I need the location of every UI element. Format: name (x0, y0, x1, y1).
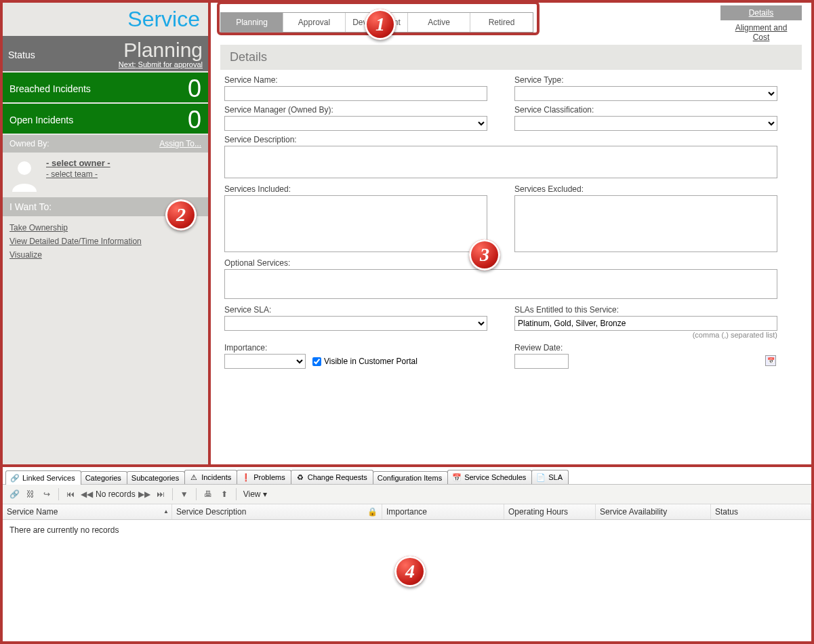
service-sla-select[interactable] (224, 316, 487, 331)
label-services-excluded: Services Excluded: (514, 184, 777, 194)
slas-hint: (comma (,) separated list) (693, 331, 777, 339)
tab-approval[interactable]: Approval (283, 13, 346, 32)
unlink-button[interactable]: ⛓ (23, 487, 38, 501)
filter-button[interactable]: ▼ (177, 487, 192, 501)
btab-service-schedules[interactable]: 📅Service Schedules (447, 470, 532, 484)
btab-configuration-items[interactable]: Configuration Items (373, 471, 448, 484)
service-manager-select[interactable] (224, 116, 487, 131)
main-area: Planning Approval Development Active Ret… (211, 3, 811, 464)
slas-entitled-input[interactable] (514, 316, 777, 331)
tab-active[interactable]: Active (408, 13, 470, 32)
btab-incidents[interactable]: ⚠Incidents (184, 470, 237, 484)
sort-asc-icon: ▲ (163, 508, 169, 515)
importance-select[interactable] (224, 354, 306, 369)
breached-incidents-block: Breached Incidents 0 (3, 73, 208, 102)
review-date-input[interactable] (514, 354, 569, 369)
sidebar: Service Status Planning Next: Submit for… (3, 3, 211, 464)
open-count: 0 (188, 108, 201, 132)
open-incidents-block: Open Incidents 0 (3, 104, 208, 134)
bottom-columns-header: Service Name▲ Service Description🔒 Impor… (3, 504, 811, 520)
visible-portal-checkbox[interactable] (312, 357, 321, 366)
avatar-icon (9, 158, 39, 192)
view-detailed-datetime-link[interactable]: View Detailed Date/Time Information (9, 237, 201, 246)
export-button[interactable]: ⬆ (217, 487, 232, 501)
assign-to-link[interactable]: Assign To... (159, 139, 201, 148)
btab-change-requests[interactable]: ♻Change Requests (291, 470, 373, 484)
badge-1: 1 (365, 9, 396, 40)
label-service-classification: Service Classification: (514, 105, 777, 115)
right-view-tabs: Details Alignment and Cost (720, 5, 802, 45)
owner-body: - select owner - - select team - (3, 153, 208, 197)
col-service-description[interactable]: Service Description🔒 (172, 504, 382, 519)
page-title: Service (3, 3, 208, 36)
lock-icon: 🔒 (367, 507, 378, 517)
status-block: Status Planning Next: Submit for approva… (3, 36, 208, 71)
col-status[interactable]: Status (711, 504, 811, 519)
badge-4: 4 (394, 556, 426, 587)
svg-point-0 (18, 161, 31, 175)
status-next-prefix: Next: (119, 60, 136, 68)
label-service-sla: Service SLA: (224, 305, 487, 315)
breached-label: Breached Incidents (9, 83, 91, 94)
calendar-icon[interactable]: 📅 (765, 355, 776, 366)
select-team-link[interactable]: - select team - (46, 169, 110, 179)
tab-retired[interactable]: Retired (470, 13, 533, 32)
label-service-type: Service Type: (514, 75, 777, 85)
right-tab-details[interactable]: Details (720, 5, 802, 20)
owned-by-header: Owned By: Assign To... (3, 135, 208, 153)
col-importance[interactable]: Importance (382, 504, 504, 519)
tab-planning[interactable]: Planning (221, 13, 283, 32)
label-service-manager: Service Manager (Owned By): (224, 105, 487, 115)
link-icon: 🔗 (10, 473, 20, 483)
service-type-select[interactable] (514, 86, 777, 101)
next-page-button[interactable]: ▶▶ (137, 487, 152, 501)
label-service-name: Service Name: (224, 75, 487, 85)
first-page-button[interactable]: ⏮ (63, 487, 78, 501)
print-button[interactable]: 🖶 (201, 487, 216, 501)
link-button[interactable]: 🔗 (7, 487, 22, 501)
schedule-icon: 📅 (452, 472, 462, 482)
view-dropdown[interactable]: View▾ (241, 488, 270, 500)
col-service-name[interactable]: Service Name▲ (3, 504, 172, 519)
right-tab-alignment-cost[interactable]: Alignment and Cost (720, 20, 802, 45)
record-count: No records (96, 489, 136, 499)
btab-categories[interactable]: Categories (81, 471, 127, 484)
change-icon: ♻ (296, 472, 305, 482)
badge-2: 2 (165, 199, 197, 230)
service-description-input[interactable] (224, 146, 777, 178)
details-section-header: Details (220, 45, 802, 70)
col-operating-hours[interactable]: Operating Hours (504, 504, 596, 519)
label-services-included: Services Included: (224, 184, 487, 194)
status-label: Status (8, 49, 35, 60)
label-visible-portal: Visible in Customer Portal (324, 357, 418, 366)
btab-problems[interactable]: ❗Problems (237, 470, 291, 484)
problem-icon: ❗ (241, 472, 251, 482)
optional-services-input[interactable] (224, 269, 777, 299)
label-slas-entitled: SLAs Entitled to this Service: (514, 305, 777, 315)
btab-linked-services[interactable]: 🔗Linked Services (5, 470, 81, 485)
status-value: Planning (123, 40, 203, 60)
last-page-button[interactable]: ⏭ (153, 487, 168, 501)
services-excluded-input[interactable] (514, 195, 777, 252)
label-service-description: Service Description: (224, 135, 777, 144)
chevron-down-icon: ▾ (263, 489, 267, 499)
submit-approval-link[interactable]: Submit for approval (138, 60, 203, 68)
service-classification-select[interactable] (514, 116, 777, 131)
sla-icon: 📄 (536, 472, 546, 482)
bottom-tabs: 🔗Linked Services Categories Subcategorie… (3, 467, 811, 485)
btab-subcategories[interactable]: Subcategories (127, 471, 185, 484)
btab-sla[interactable]: 📄SLA (531, 470, 569, 484)
visualize-link[interactable]: Visualize (9, 250, 201, 260)
badge-3: 3 (469, 239, 500, 270)
bottom-panel: 🔗Linked Services Categories Subcategorie… (3, 464, 811, 641)
goto-button[interactable]: ↪ (39, 487, 54, 501)
incident-icon: ⚠ (189, 472, 199, 482)
col-service-availability[interactable]: Service Availability (596, 504, 711, 519)
open-label: Open Incidents (9, 115, 73, 125)
label-optional-services: Optional Services: (224, 258, 777, 268)
select-owner-link[interactable]: - select owner - (46, 158, 110, 168)
services-included-input[interactable] (224, 195, 487, 252)
breached-count: 0 (188, 77, 201, 101)
service-name-input[interactable] (224, 86, 487, 101)
prev-page-button[interactable]: ◀◀ (79, 487, 94, 501)
